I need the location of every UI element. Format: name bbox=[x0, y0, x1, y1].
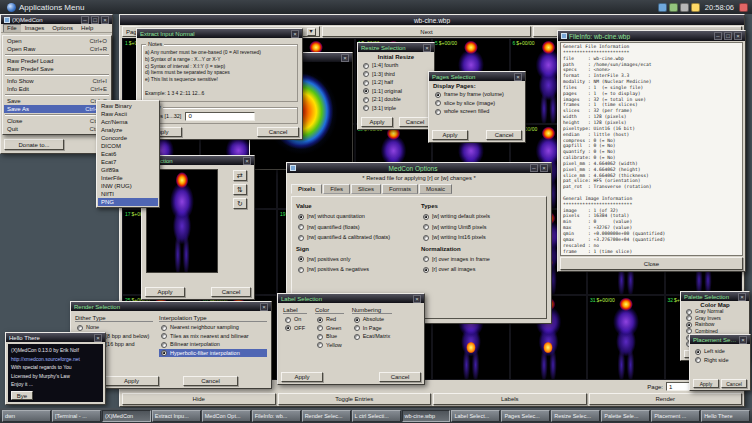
taskbar-window-button[interactable]: FileInfo: wb... bbox=[252, 410, 301, 422]
cancel-button[interactable]: Cancel bbox=[257, 127, 299, 137]
options-tab[interactable]: Slices bbox=[351, 184, 381, 194]
next-button[interactable]: Next bbox=[322, 26, 531, 37]
tray-pager-icon[interactable] bbox=[669, 3, 678, 12]
cancel-button[interactable]: Cancel bbox=[183, 376, 238, 386]
file-menu-item[interactable]: Info Edit Ctrl+E bbox=[4, 85, 110, 93]
resize-option[interactable]: [2:1] double bbox=[361, 95, 431, 104]
cancel-button[interactable]: Cancel bbox=[399, 117, 431, 127]
file-menu-item[interactable]: Open Ctrl+O bbox=[4, 37, 110, 45]
toggle-entries-button[interactable]: Toggle Entries bbox=[278, 393, 432, 405]
file-menu-item[interactable]: Save Ctrl+S bbox=[4, 97, 110, 105]
file-menu-item[interactable]: Open Raw Ctrl+R bbox=[4, 45, 110, 53]
resize-option[interactable]: [1:3] third bbox=[361, 70, 431, 79]
close-button[interactable] bbox=[734, 32, 742, 40]
interpolation-option[interactable]: Hyperbolic-filter interpolation bbox=[159, 349, 267, 358]
cancel-button[interactable]: Cancel bbox=[486, 130, 522, 140]
dither-option[interactable]: None bbox=[75, 323, 153, 332]
types-option[interactable]: [w] writing default pixels bbox=[421, 211, 542, 222]
taskbar-window-button[interactable]: Palette Sele... bbox=[601, 410, 650, 422]
save-as-menu-item[interactable]: Ecat6 bbox=[98, 150, 158, 158]
interpolation-option[interactable]: Tiles as mix nearest and bilinear bbox=[159, 332, 267, 341]
options-tab[interactable]: Formats bbox=[382, 184, 418, 194]
normalization-option[interactable]: [r] over images in frame bbox=[421, 254, 542, 265]
taskbar-window-button[interactable]: Hello There bbox=[701, 410, 750, 422]
close-button[interactable] bbox=[243, 157, 251, 165]
pages-titlebar[interactable]: Pages Selection bbox=[429, 72, 525, 81]
cancel-button[interactable]: Cancel bbox=[379, 372, 421, 382]
taskbar-window-button[interactable]: Extract Inpu... bbox=[152, 410, 201, 422]
file-menu-item[interactable]: Quit Ctrl+Q bbox=[4, 125, 110, 133]
labels-button[interactable]: Labels bbox=[433, 393, 587, 405]
apply-button[interactable]: Apply bbox=[281, 372, 323, 382]
palette-titlebar[interactable]: Palette Selection bbox=[681, 292, 749, 301]
images-input[interactable] bbox=[185, 112, 255, 121]
placement-option[interactable]: Right side bbox=[693, 356, 747, 365]
taskbar-window-button[interactable]: Placement ... bbox=[651, 410, 700, 422]
options-tab[interactable]: Pixels bbox=[291, 184, 322, 194]
minimize-button[interactable] bbox=[81, 16, 89, 24]
save-as-menu-item[interactable]: Ecat7 bbox=[98, 158, 158, 166]
extract-titlebar[interactable]: Extract Input Normal bbox=[137, 29, 302, 38]
save-as-menu-item[interactable]: NIfTI bbox=[98, 190, 158, 198]
cancel-button[interactable]: Cancel bbox=[721, 379, 747, 388]
taskbar-window-button[interactable]: (X)MedCon bbox=[102, 410, 151, 422]
save-as-menu-item[interactable]: PNG bbox=[98, 198, 158, 206]
hello-titlebar[interactable]: Hello There bbox=[6, 333, 105, 342]
resize-option[interactable]: [3:1] triple bbox=[361, 104, 431, 113]
pages-option[interactable]: whole screen filled bbox=[433, 107, 521, 116]
xmedcon-titlebar[interactable]: (X)MedCon bbox=[1, 15, 112, 24]
save-as-menu-item[interactable]: Acr/Nema bbox=[98, 118, 158, 126]
file-menu-item[interactable]: Info Show Ctrl+I bbox=[4, 77, 110, 85]
file-menu-item[interactable]: Raw Predef Save bbox=[4, 65, 110, 73]
taskbar-window-button[interactable]: L ctrl Selecti... bbox=[352, 410, 401, 422]
resize-option[interactable]: [1:2] half bbox=[361, 78, 431, 87]
tray-network-icon[interactable] bbox=[658, 3, 667, 12]
numbering-option[interactable]: Ecat/Matrix bbox=[352, 332, 393, 341]
minimize-button[interactable] bbox=[714, 32, 722, 40]
taskbar-window-button[interactable]: [Terminal - ... bbox=[52, 410, 101, 422]
options-titlebar[interactable]: MedCon Options bbox=[287, 163, 551, 173]
fileinfo-titlebar[interactable]: FileInfo: wb-cine.wbp bbox=[558, 31, 745, 41]
save-as-menu-item[interactable]: InterFile bbox=[98, 174, 158, 182]
taskbar-window-button[interactable]: MedCon Opt... bbox=[202, 410, 251, 422]
color-option[interactable]: Red bbox=[315, 315, 344, 324]
close-button[interactable] bbox=[341, 54, 349, 62]
close-button[interactable] bbox=[738, 293, 746, 301]
color-option[interactable]: Green bbox=[315, 324, 344, 333]
close-button[interactable] bbox=[94, 334, 102, 342]
types-option[interactable]: [w] writing Int16 pixels bbox=[421, 232, 542, 243]
render-button[interactable]: Render bbox=[589, 393, 743, 405]
save-as-menu-item[interactable]: DICOM bbox=[98, 142, 158, 150]
save-as-menu-item[interactable]: Concorde bbox=[98, 134, 158, 142]
tray-notes-icon[interactable] bbox=[691, 3, 700, 12]
pages-option[interactable]: frame by frame (volume) bbox=[433, 90, 521, 99]
types-option[interactable]: [w] writing Uint8 pixels bbox=[421, 222, 542, 233]
interpolation-option[interactable]: Nearest neighbour sampling bbox=[159, 323, 267, 332]
taskbar-window-button[interactable]: wb-cine.wbp bbox=[402, 410, 451, 422]
save-as-menu-item[interactable]: Raw Binary bbox=[98, 102, 158, 110]
interpolation-option[interactable]: Bilinear interpolation bbox=[159, 340, 267, 349]
save-as-menu-item[interactable]: Raw Ascii bbox=[98, 110, 158, 118]
resize-option[interactable]: [1:4] fourth bbox=[361, 61, 431, 70]
file-menu-item[interactable]: Save As Ctrl+A bbox=[4, 105, 110, 113]
taskbar-window-button[interactable]: Render Selec... bbox=[302, 410, 351, 422]
label-option[interactable]: OFF bbox=[283, 324, 307, 333]
pages-option[interactable]: slice by slice (image) bbox=[433, 99, 521, 108]
taskbar-window-button[interactable]: Label Select... bbox=[451, 410, 500, 422]
menubar-item[interactable]: Options bbox=[48, 24, 77, 32]
taskbar-window-button[interactable]: dwn bbox=[2, 410, 51, 422]
applications-menu-button[interactable]: Applications Menu bbox=[4, 0, 87, 14]
file-menu-item[interactable]: Close Ctrl+C bbox=[4, 117, 110, 125]
value-option[interactable]: [rw] quantified & calibrated (floats) bbox=[296, 232, 417, 243]
file-menu-item[interactable] bbox=[4, 93, 110, 97]
hide-button[interactable]: Hide bbox=[122, 393, 276, 405]
menubar-item[interactable]: Images bbox=[21, 24, 49, 32]
save-as-menu-item[interactable]: INW (RUG) bbox=[98, 182, 158, 190]
save-as-menu-item[interactable]: Analyze bbox=[98, 126, 158, 134]
viewer-titlebar[interactable]: wb-cine.wbp bbox=[120, 15, 744, 25]
normalization-option[interactable]: [r] over all images bbox=[421, 264, 542, 275]
apply-button[interactable]: Apply bbox=[693, 379, 719, 388]
close-button[interactable] bbox=[423, 44, 431, 52]
rotate-button[interactable] bbox=[233, 198, 247, 209]
minimize-button[interactable] bbox=[530, 164, 538, 172]
